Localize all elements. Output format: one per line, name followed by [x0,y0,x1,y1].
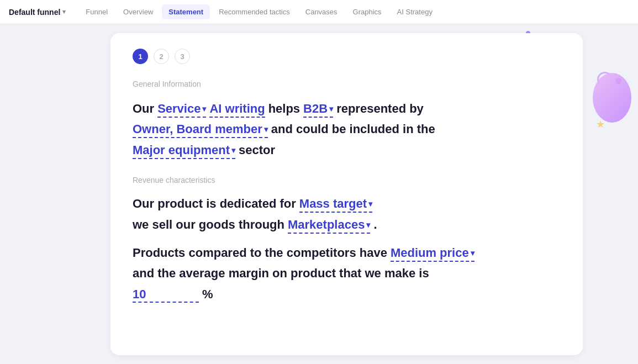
ai-writing-dropdown[interactable]: AI writing [209,102,265,118]
step-2[interactable]: 2 [154,49,169,64]
statement-line-1: Our Service ▾ AI writing helps B2B ▾ rep… [133,98,561,119]
period-text: . [373,214,377,235]
revenue-section: Revenue characteristics Our product is d… [133,176,561,304]
service-dropdown[interactable]: Service ▾ [157,102,206,118]
competitors-text: Products compared to the competitors hav… [133,242,387,263]
owner-chevron-icon: ▾ [264,125,268,134]
and-text: and could be included in the [271,119,435,139]
step-3[interactable]: 3 [175,49,190,64]
funnel-name: Default funnel [9,8,60,17]
funnel-chevron-icon: ▾ [62,8,66,15]
navbar: Default funnel ▾ Funnel Overview Stateme… [0,0,638,24]
service-chevron-icon: ▾ [202,104,206,113]
nav-items: Funnel Overview Statement Recommended ta… [79,4,439,19]
marketplaces-chevron-icon: ▾ [366,220,370,229]
revenue-label: Revenue characteristics [133,176,561,184]
margin-text: and the average margin on product that w… [133,263,429,283]
arc-decoration [597,72,613,87]
represented-text: represented by [336,98,424,119]
statement-line-2: Owner, Board member ▾ and could be inclu… [133,119,561,139]
step-indicators: 1 2 3 [133,49,561,64]
mass-target-dropdown[interactable]: Mass target ▾ [299,197,372,213]
helps-text: helps [268,98,300,119]
medium-price-dropdown[interactable]: Medium price ▾ [391,246,474,262]
general-info-section: General Information Our Service ▾ AI wri… [133,80,561,160]
b2b-dropdown[interactable]: B2B ▾ [303,102,333,118]
step-1[interactable]: 1 [133,49,148,64]
revenue-line-3: Products compared to the competitors hav… [133,242,561,263]
major-equipment-chevron-icon: ▾ [231,146,235,155]
nav-recommended-tactics[interactable]: Recommended tactics [212,4,297,19]
general-info-label: General Information [133,80,561,88]
owner-dropdown[interactable]: Owner, Board member ▾ [133,122,268,138]
statement-line-3: Major equipment ▾ sector [133,140,561,160]
percent-text: % [202,284,213,304]
revenue-line-2: we sell our goods through Marketplaces ▾… [133,214,561,235]
sell-through-text: we sell our goods through [133,214,284,235]
main-area: ★ ★ 1 2 3 General Information Our Servic… [0,24,638,364]
b2b-chevron-icon: ▾ [329,104,333,113]
dot-violet [615,78,621,84]
revenue-line-5: % [133,284,561,304]
our-text: Our [133,98,154,119]
sector-text: sector [239,140,275,160]
margin-value-input[interactable] [133,287,199,303]
revenue-line-1: Our product is dedicated for Mass target… [133,193,561,214]
nav-overview[interactable]: Overview [117,4,160,19]
revenue-line-4: and the average margin on product that w… [133,263,561,283]
circle-decoration [593,73,631,123]
funnel-selector[interactable]: Default funnel ▾ [9,8,66,17]
sidebar [0,24,110,364]
mass-target-chevron-icon: ▾ [368,199,372,208]
major-equipment-dropdown[interactable]: Major equipment ▾ [133,143,235,159]
medium-price-chevron-icon: ▾ [471,249,474,257]
star-icon-small: ★ [596,118,605,130]
nav-graphics[interactable]: Graphics [346,4,388,19]
content-card: 1 2 3 General Information Our Service ▾ … [110,33,583,355]
nav-statement[interactable]: Statement [162,4,210,19]
nav-canvases[interactable]: Canvases [299,4,344,19]
nav-ai-strategy[interactable]: AI Strategy [391,4,439,19]
dedicated-for-text: Our product is dedicated for [133,193,296,214]
nav-funnel[interactable]: Funnel [79,4,114,19]
marketplaces-dropdown[interactable]: Marketplaces ▾ [288,218,370,234]
